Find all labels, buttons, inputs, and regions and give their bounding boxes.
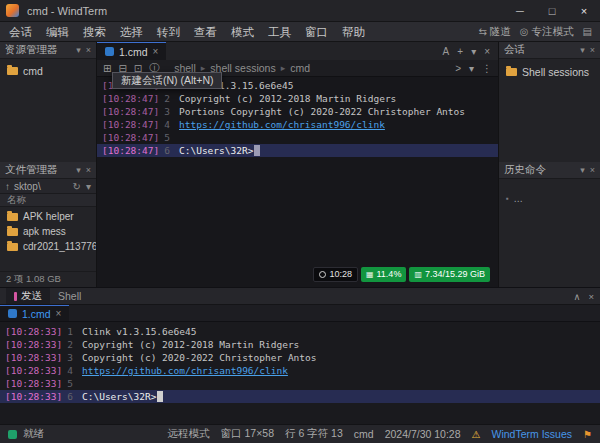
title-bar: cmd - WindTerm ─ □ × (0, 0, 600, 22)
focus-mode-icon: ◎ (520, 26, 529, 37)
terminal-icon (105, 47, 114, 56)
menu-view[interactable]: 查看 (187, 22, 224, 42)
new-session-icon[interactable]: ⊞ (103, 63, 111, 74)
tab-close-icon[interactable]: × (153, 46, 159, 57)
menu-help[interactable]: 帮助 (335, 22, 372, 42)
file-item[interactable]: cdr2021_113776 (0, 239, 96, 254)
path-menu-icon[interactable]: ▾ (86, 181, 91, 192)
menu-mode[interactable]: 模式 (224, 22, 261, 42)
line-number: 5 (60, 378, 73, 389)
timestamp: [10:28:47] (97, 106, 157, 117)
tab-1cmd[interactable]: 1.cmd × (97, 42, 166, 60)
explorer-close-icon[interactable]: × (86, 45, 91, 55)
time-badge: 10:28 (313, 267, 358, 282)
bottom-panel-tab-bar: 发送 Shell ∧ × (0, 288, 600, 305)
file-item-label: APK helper (23, 211, 74, 222)
tab-send[interactable]: 发送 (6, 288, 50, 304)
bullet-icon: ▪ (506, 194, 509, 203)
maximize-button[interactable]: □ (536, 0, 568, 21)
file-item[interactable]: apk mess (0, 224, 96, 239)
file-manager-path-bar: ↑ sktop\ ↻ ▾ (0, 179, 96, 194)
file-item-label: apk mess (23, 226, 66, 237)
minimize-button[interactable]: ─ (504, 0, 536, 21)
menu-search[interactable]: 搜索 (76, 22, 113, 42)
breadcrumb-cmd[interactable]: cmd (290, 62, 310, 74)
current-path[interactable]: sktop\ (14, 181, 41, 192)
tunnel-icon: ⇆ (478, 26, 486, 37)
file-manager-header: 文件管理器 ▾ × (0, 162, 96, 179)
memory-icon: ▥ (414, 269, 422, 280)
session-item-shell-sessions[interactable]: Shell sessions (499, 64, 600, 80)
cpu-badge: ▦ 11.4% (361, 267, 406, 282)
terminal-line: [10:28:33] 4 https://github.com/chrisant… (0, 364, 600, 377)
shell-type-status[interactable]: cmd (354, 428, 374, 440)
bottom-terminal[interactable]: [10:28:33] 1 Clink v1.3.15.6e6e45 [10:28… (0, 322, 600, 424)
menu-tools[interactable]: 工具 (261, 22, 298, 42)
ready-icon (8, 430, 17, 439)
menu-window[interactable]: 窗口 (298, 22, 335, 42)
terminal-line: [10:28:47] 2 Copyright (c) 2012-2018 Mar… (97, 92, 498, 105)
explorer-item-cmd[interactable]: cmd (0, 63, 96, 79)
window-title: cmd - WindTerm (27, 5, 107, 17)
more-options-icon[interactable]: ⋮ (482, 63, 492, 74)
tab-list-icon[interactable]: ▾ (471, 46, 476, 57)
refresh-icon[interactable]: ↻ (73, 181, 81, 192)
name-column-header[interactable]: 名称 (0, 194, 96, 207)
sessions-close-icon[interactable]: × (590, 45, 595, 55)
window-size-status[interactable]: 窗口 17×58 (221, 427, 274, 441)
memory-badge: ▥ 7.34/15.29 GiB (409, 267, 490, 282)
font-size-icon[interactable]: A (443, 46, 450, 57)
dropdown-icon[interactable]: ▾ (469, 63, 474, 74)
close-panel-icon[interactable]: × (588, 291, 594, 302)
window-controls: ─ □ × (504, 0, 600, 21)
main-terminal[interactable]: [10:28:47] 1 Clink v1.3.15.6e6e45 [10:28… (97, 77, 498, 287)
explorer-item-label: cmd (23, 65, 43, 77)
prompt-icon[interactable]: > (455, 63, 461, 74)
warning-icon[interactable]: ⚠ (472, 429, 481, 440)
history-item-label: ... (514, 192, 523, 204)
close-pane-icon[interactable]: × (484, 46, 490, 57)
bottom-terminal-tab-bar: 1.cmd × (0, 305, 600, 322)
layout-grid-icon[interactable]: ▤ (583, 26, 592, 37)
tunnel-button[interactable]: ⇆ 隧道 (478, 25, 510, 39)
explorer-collapse-icon[interactable]: ▾ (76, 45, 81, 55)
bottom-tab-1cmd[interactable]: 1.cmd × (0, 305, 69, 321)
terminal-line: [10:28:33] 1 Clink v1.3.15.6e6e45 (0, 325, 600, 338)
new-session-tooltip: 新建会话(N) (Alt+N) (112, 72, 222, 89)
expand-panel-icon[interactable]: ∧ (573, 291, 580, 302)
menu-edit[interactable]: 编辑 (39, 22, 76, 42)
folder-icon (506, 68, 517, 76)
bottom-tab-close-icon[interactable]: × (56, 308, 62, 319)
line-number: 4 (60, 365, 73, 376)
menu-goto[interactable]: 转到 (150, 22, 187, 42)
clink-link[interactable]: https://github.com/chrisant996/clink (179, 119, 385, 130)
terminal-icon (8, 309, 17, 318)
focus-mode-button[interactable]: ◎ 专注模式 (520, 25, 574, 39)
terminal-cursor (157, 391, 163, 402)
explorer-header: 资源管理器 ▾ × (0, 42, 96, 59)
history-close-icon[interactable]: × (590, 165, 595, 175)
new-tab-icon[interactable]: + (457, 46, 463, 57)
menu-select[interactable]: 选择 (113, 22, 150, 42)
notification-flag-icon[interactable]: ⚑ (583, 429, 592, 440)
history-item[interactable]: ▪ ... (499, 190, 600, 206)
up-directory-icon[interactable]: ↑ (5, 181, 10, 192)
menu-session[interactable]: 会话 (2, 22, 39, 42)
sessions-collapse-icon[interactable]: ▾ (580, 45, 585, 55)
remote-mode-status[interactable]: 远程模式 (168, 427, 210, 441)
datetime-status[interactable]: 2024/7/30 10:28 (385, 428, 461, 440)
cursor-position-status[interactable]: 行 6 字符 13 (285, 427, 343, 441)
terminal-cursor (254, 145, 260, 156)
tab-shell[interactable]: Shell (50, 288, 89, 304)
file-manager-title: 文件管理器 (5, 163, 58, 177)
file-manager-close-icon[interactable]: × (86, 165, 91, 175)
clink-link[interactable]: https://github.com/chrisant996/clink (82, 365, 288, 376)
close-button[interactable]: × (568, 0, 600, 21)
history-collapse-icon[interactable]: ▾ (580, 165, 585, 175)
file-item[interactable]: APK helper (0, 209, 96, 224)
terminal-prompt-line: [10:28:33] 6 C:\Users\32R> (0, 390, 600, 403)
line-number: 4 (157, 119, 170, 130)
timestamp: [10:28:33] (0, 326, 60, 337)
windterm-issues-link[interactable]: WindTerm Issues (492, 428, 573, 440)
file-manager-collapse-icon[interactable]: ▾ (76, 165, 81, 175)
